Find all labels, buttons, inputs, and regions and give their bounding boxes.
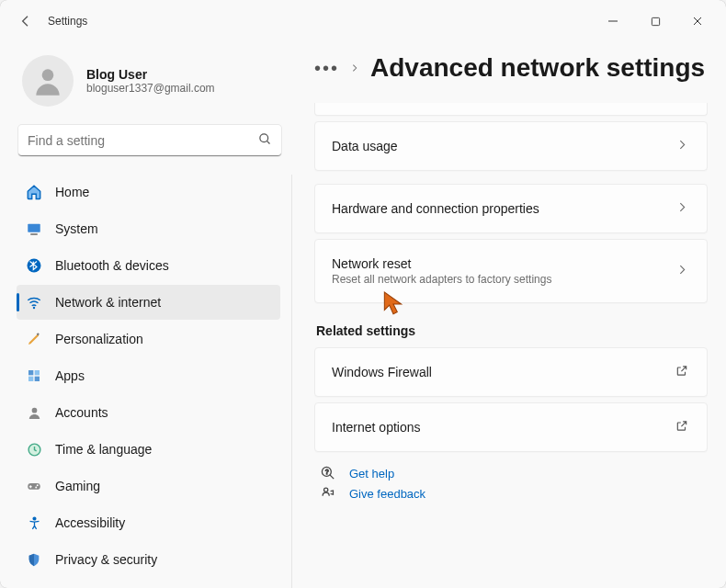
sidebar-item-gaming[interactable]: Gaming xyxy=(17,469,280,503)
breadcrumb: ••• Advanced network settings xyxy=(314,53,708,83)
sidebar: Blog User bloguser1337@gmail.com HomeSys… xyxy=(17,42,292,588)
profile-email: bloguser1337@gmail.com xyxy=(86,82,215,95)
game-icon xyxy=(26,478,42,494)
svg-point-7 xyxy=(28,259,41,273)
sidebar-item-time-language[interactable]: Time & language xyxy=(17,432,280,467)
svg-rect-12 xyxy=(28,377,33,381)
sidebar-item-privacy-security[interactable]: Privacy & security xyxy=(17,542,280,577)
svg-rect-11 xyxy=(35,370,40,375)
clock-icon xyxy=(26,441,42,458)
svg-text:?: ? xyxy=(324,468,328,474)
sidebar-item-label: Apps xyxy=(55,368,85,383)
feedback-icon xyxy=(320,485,336,502)
sidebar-item-label: Personalization xyxy=(55,332,143,346)
sidebar-item-home[interactable]: Home xyxy=(17,175,280,209)
svg-point-19 xyxy=(33,517,36,520)
sidebar-item-label: Bluetooth & devices xyxy=(55,258,169,273)
card-title: Windows Firewall xyxy=(332,365,659,379)
chevron-right-icon xyxy=(676,138,688,154)
sidebar-item-label: Time & language xyxy=(55,442,152,457)
card-title: Internet options xyxy=(332,420,659,435)
apps-icon xyxy=(26,368,42,384)
card-hardware-properties[interactable]: Hardware and connection properties xyxy=(314,184,708,233)
close-button[interactable] xyxy=(676,7,719,35)
shield-icon xyxy=(26,551,42,568)
svg-rect-10 xyxy=(28,370,33,375)
sidebar-item-network-internet[interactable]: Network & internet xyxy=(17,285,280,320)
card-internet-options[interactable]: Internet options xyxy=(314,402,708,452)
sidebar-item-bluetooth-devices[interactable]: Bluetooth & devices xyxy=(17,248,280,283)
app-title: Settings xyxy=(48,15,87,28)
svg-point-2 xyxy=(42,69,54,81)
brush-icon xyxy=(26,331,42,347)
page-title: Advanced network settings xyxy=(370,53,705,83)
home-icon xyxy=(26,184,42,200)
nav-list: HomeSystemBluetooth & devicesNetwork & i… xyxy=(17,175,292,588)
chevron-right-icon xyxy=(350,61,359,75)
sidebar-item-accounts[interactable]: Accounts xyxy=(17,395,280,430)
svg-rect-6 xyxy=(30,233,38,235)
search-box[interactable] xyxy=(18,125,281,156)
svg-point-22 xyxy=(323,488,327,492)
get-help-row[interactable]: ? Get help xyxy=(320,465,708,481)
sidebar-item-apps[interactable]: Apps xyxy=(17,358,280,393)
profile[interactable]: Blog User bloguser1337@gmail.com xyxy=(17,42,292,125)
svg-point-3 xyxy=(260,133,268,141)
card-data-usage[interactable]: Data usage xyxy=(314,121,708,171)
open-external-icon xyxy=(675,420,688,435)
related-settings-heading: Related settings xyxy=(316,323,708,338)
svg-point-18 xyxy=(35,487,37,489)
system-icon xyxy=(26,220,42,237)
give-feedback-row[interactable]: Give feedback xyxy=(320,485,708,502)
sidebar-item-personalization[interactable]: Personalization xyxy=(17,322,280,356)
settings-window: Settings Blog User bloguser1337@gmail.co… xyxy=(0,0,726,588)
card-title: Network reset xyxy=(332,256,659,271)
card-title: Data usage xyxy=(332,139,659,153)
window-controls xyxy=(592,7,719,35)
search-input[interactable] xyxy=(28,133,258,148)
svg-rect-5 xyxy=(28,224,40,232)
give-feedback-link[interactable]: Give feedback xyxy=(349,487,425,501)
sidebar-item-label: Privacy & security xyxy=(55,552,157,567)
sidebar-item-label: Network & internet xyxy=(55,295,161,310)
search-icon xyxy=(258,132,272,149)
sidebar-item-label: Gaming xyxy=(55,479,100,493)
help-icon: ? xyxy=(320,465,336,481)
sidebar-item-system[interactable]: System xyxy=(17,211,280,246)
svg-line-4 xyxy=(267,141,269,143)
card-subtitle: Reset all network adapters to factory se… xyxy=(332,273,659,286)
card-windows-firewall[interactable]: Windows Firewall xyxy=(314,347,708,397)
card-partial[interactable] xyxy=(314,103,708,116)
svg-point-14 xyxy=(31,407,37,413)
maximize-button[interactable] xyxy=(634,7,676,35)
minimize-button[interactable] xyxy=(592,7,634,35)
back-button[interactable] xyxy=(7,3,44,40)
svg-point-8 xyxy=(33,307,35,309)
svg-rect-13 xyxy=(35,377,40,381)
sidebar-item-label: System xyxy=(55,221,98,236)
get-help-link[interactable]: Get help xyxy=(349,467,394,481)
open-external-icon xyxy=(675,365,688,380)
sidebar-item-label: Accounts xyxy=(55,405,108,420)
bluetooth-icon xyxy=(26,257,42,274)
titlebar: Settings xyxy=(0,0,726,42)
card-network-reset[interactable]: Network reset Reset all network adapters… xyxy=(314,239,708,303)
chevron-right-icon xyxy=(676,263,688,279)
person-icon xyxy=(26,404,42,421)
card-title: Hardware and connection properties xyxy=(332,201,659,216)
svg-point-17 xyxy=(37,484,39,486)
profile-name: Blog User xyxy=(86,67,215,82)
sidebar-item-label: Accessibility xyxy=(55,515,125,530)
breadcrumb-more[interactable]: ••• xyxy=(314,58,339,79)
avatar xyxy=(22,55,74,107)
chevron-right-icon xyxy=(676,200,688,217)
main-content: ••• Advanced network settings Data usage… xyxy=(292,42,726,588)
accessibility-icon xyxy=(26,514,42,531)
wifi-icon xyxy=(26,294,42,311)
sidebar-item-accessibility[interactable]: Accessibility xyxy=(17,505,280,540)
svg-rect-1 xyxy=(652,17,659,25)
sidebar-item-label: Home xyxy=(55,185,89,199)
